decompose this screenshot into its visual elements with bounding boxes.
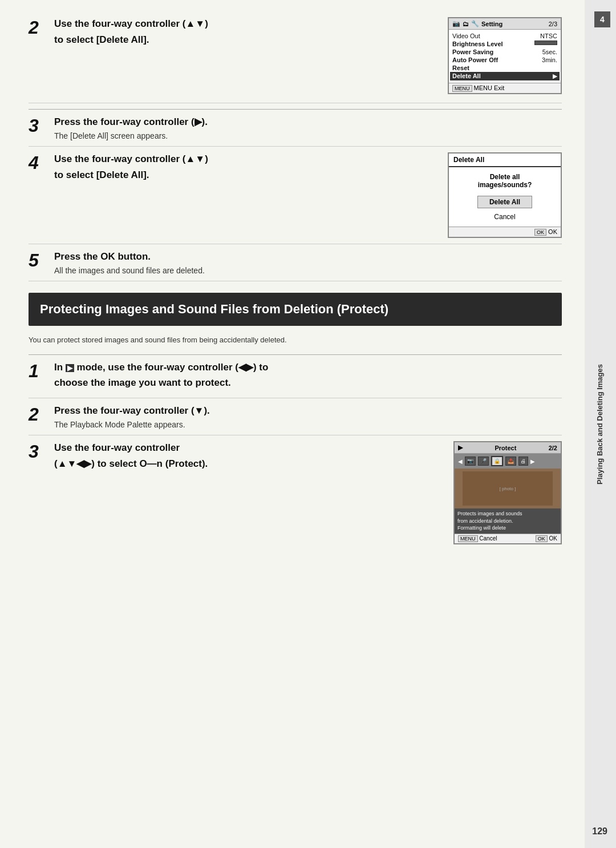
protect-step-3-body: Use the four-way controller (▲▼◀▶) to se… <box>54 441 562 544</box>
delete-all-button: Delete All <box>477 196 532 208</box>
section-intro: You can protect stored images and sound … <box>29 334 562 346</box>
protect-step-3-text: Use the four-way controller (▲▼◀▶) to se… <box>54 441 442 473</box>
step-5: 5 Press the OK button. All the images an… <box>29 250 562 281</box>
section-title: Protecting Images and Sound Files from D… <box>40 301 550 318</box>
step-4-title2: to select [Delete All]. <box>54 168 436 182</box>
page-container: 2 Use the four-way controller (▲▼) to se… <box>0 0 616 848</box>
step-4: 4 Use the four-way controller (▲▼) to se… <box>29 152 562 244</box>
main-content: 2 Use the four-way controller (▲▼) to se… <box>0 0 585 848</box>
step-2-top: 2 Use the four-way controller (▲▼) to se… <box>29 17 562 103</box>
icon-2: 🎤 <box>478 457 489 466</box>
protect-desc-line3: Formatting will delete <box>457 524 558 532</box>
step-3-content: Press the four-way controller (▶). The [… <box>54 115 562 140</box>
row-video-out: Video Out NTSC <box>452 32 557 40</box>
protect-menu: MENU Cancel <box>458 535 497 542</box>
protect-step-number-3: 3 <box>29 442 54 461</box>
protect-desc-line1: Protects images and sounds <box>457 510 558 518</box>
screen-body: Video Out NTSC Brightness Level Power Sa… <box>449 30 561 83</box>
protect-page: 2/2 <box>549 445 557 451</box>
protect-ok: OK OK <box>536 535 557 542</box>
screen-header-left: 📷 🗂 🔧 Setting <box>452 20 502 27</box>
protect-step-1-title: In ▶ mode, use the four-way controller (… <box>54 361 562 374</box>
left-arrow: ◀ <box>458 458 463 465</box>
step-number-3: 3 <box>29 116 54 135</box>
row-value: 5sec. <box>542 49 557 55</box>
protect-step-1: 1 In ▶ mode, use the four-way controller… <box>29 361 562 399</box>
row-auto-power: Auto Power Off 3min. <box>452 56 557 64</box>
delete-all-screen: Delete All Delete allimages/sounds? Dele… <box>448 152 562 238</box>
delete-all-cancel: Cancel <box>453 213 556 221</box>
row-arrow: ▶ <box>553 72 557 80</box>
icon-1: 📷 <box>465 457 476 466</box>
cancel-label: Cancel <box>479 535 497 542</box>
step-number-5: 5 <box>29 251 54 269</box>
page-number: 129 <box>592 826 607 837</box>
protect-step-2-subtitle: The Playback Mode Palette appears. <box>54 420 562 429</box>
sidebar-text: Playing Back and Deleting Images <box>595 364 605 484</box>
delete-all-body: Delete allimages/sounds? Delete All Canc… <box>449 167 561 227</box>
sidebar-number: 4 <box>594 11 610 27</box>
screen-page: 2/3 <box>549 21 557 27</box>
section-header: Protecting Images and Sound Files from D… <box>29 293 562 326</box>
icon-5: 🖨 <box>518 457 528 466</box>
divider-2 <box>29 354 562 355</box>
protect-step-2-content: Press the four-way controller (▼). The P… <box>54 404 562 429</box>
protect-image: [ photo ] <box>463 471 553 506</box>
icon-4: 📤 <box>505 457 516 466</box>
step-number-4: 4 <box>29 154 54 172</box>
step-number-2: 2 <box>29 18 54 37</box>
protect-step-2-title: Press the four-way controller (▼). <box>54 404 562 418</box>
step-5-content: Press the OK button. All the images and … <box>54 250 562 275</box>
playback-icon: ▶ <box>458 444 463 451</box>
menu-key: MENU <box>452 85 472 92</box>
protect-footer: MENU Cancel OK OK <box>455 534 561 543</box>
folder-icon: 🗂 <box>463 21 469 27</box>
image-placeholder: [ photo ] <box>500 486 516 491</box>
delete-all-header: Delete All <box>449 154 561 167</box>
row-value: 3min. <box>542 56 557 63</box>
protect-desc: Protects images and sounds from accident… <box>455 508 561 534</box>
protect-image-area: [ photo ] <box>455 469 561 508</box>
wrench-icon: 🔧 <box>471 20 479 27</box>
protect-step-1-title2: choose the image you want to protect. <box>54 376 562 390</box>
step-2-body: Use the four-way controller (▲▼) to sele… <box>54 17 562 94</box>
screen-footer: MENU MENU Exit <box>449 83 561 93</box>
step-2-title2: to select [Delete All]. <box>54 33 436 47</box>
screen-header: 📷 🗂 🔧 Setting 2/3 <box>449 18 561 30</box>
step-4-title: Use the four-way controller (▲▼) <box>54 152 436 166</box>
ok-key: OK <box>534 229 546 236</box>
step-3-title: Press the four-way controller (▶). <box>54 115 562 129</box>
setting-screen: 📷 🗂 🔧 Setting 2/3 Video Out NTSC <box>448 17 562 94</box>
protect-step-number-2: 2 <box>29 405 54 423</box>
ok-label-protect: OK <box>549 535 557 542</box>
step-5-title: Press the OK button. <box>54 250 562 264</box>
protect-screen: ▶ Protect 2/2 ◀ 📷 🎤 🔒 📤 🖨 ▶ <box>453 441 562 544</box>
icon-3-selected: 🔒 <box>491 456 503 466</box>
protect-step-1-content: In ▶ mode, use the four-way controller (… <box>54 361 562 393</box>
row-value: NTSC <box>540 33 557 39</box>
row-reset: Reset <box>452 64 557 72</box>
camera-icon: 📷 <box>452 20 460 27</box>
step-5-subtitle: All the images and sound files are delet… <box>54 266 562 275</box>
protect-desc-line2: from accidental deletion. <box>457 518 558 525</box>
row-label: Reset <box>452 64 469 71</box>
delete-all-footer: OK OK <box>449 227 561 237</box>
menu-key-protect: MENU <box>458 535 478 542</box>
row-brightness: Brightness Level <box>452 40 557 48</box>
protect-step-2: 2 Press the four-way controller (▼). The… <box>29 404 562 435</box>
setting-label: Setting <box>481 21 502 27</box>
protect-title: Protect <box>495 445 516 451</box>
step-2-title: Use the four-way controller (▲▼) <box>54 17 436 31</box>
ok-label: OK <box>548 228 557 235</box>
footer-text: MENU Exit <box>474 84 505 91</box>
step-2-text: Use the four-way controller (▲▼) to sele… <box>54 17 436 49</box>
row-label: Power Saving <box>452 49 493 55</box>
delete-all-question: Delete allimages/sounds? <box>453 173 556 189</box>
protect-step-number-1: 1 <box>29 362 54 380</box>
row-delete-all-highlighted: Delete All ▶ <box>450 72 560 80</box>
ok-key-protect: OK <box>536 535 548 542</box>
protect-screen-header: ▶ Protect 2/2 <box>455 442 561 454</box>
row-label: Auto Power Off <box>452 56 498 63</box>
step-4-body: Use the four-way controller (▲▼) to sele… <box>54 152 562 238</box>
right-sidebar: 4 Playing Back and Deleting Images 129 <box>585 0 616 848</box>
